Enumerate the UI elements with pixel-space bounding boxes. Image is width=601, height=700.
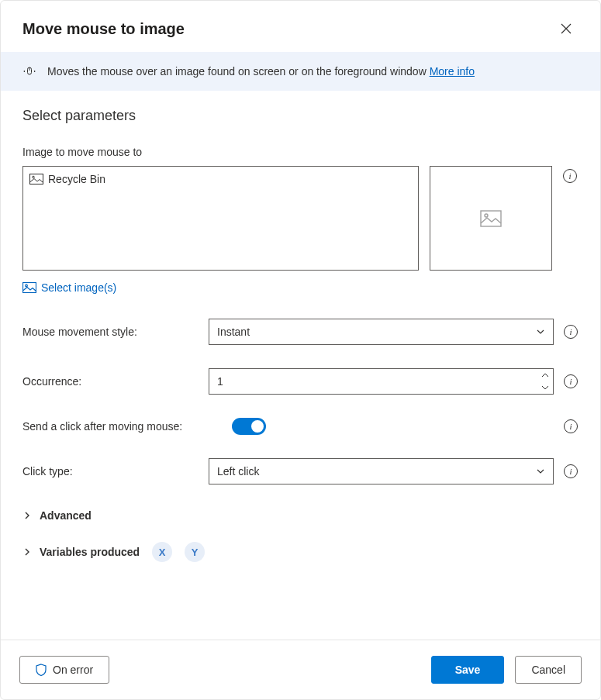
spinner-down[interactable]: [537, 381, 553, 394]
info-icon[interactable]: i: [564, 419, 578, 433]
cancel-button[interactable]: Cancel: [515, 656, 582, 684]
chevron-right-icon: [22, 547, 32, 557]
param-label: Click type:: [22, 465, 199, 478]
chevron-right-icon: [22, 511, 32, 520]
spinner-up[interactable]: [537, 369, 553, 381]
chevron-down-icon: [536, 327, 545, 336]
svg-rect-2: [30, 174, 43, 184]
picture-placeholder-icon: [480, 210, 502, 227]
param-send-click: Send a click after moving mouse: i: [22, 418, 579, 435]
svg-point-3: [33, 176, 35, 178]
variable-badge-y[interactable]: Y: [185, 542, 205, 562]
close-button[interactable]: [554, 16, 579, 41]
info-icon[interactable]: i: [564, 325, 578, 339]
chevron-up-icon: [541, 373, 549, 378]
svg-rect-4: [481, 211, 501, 226]
move-mouse-icon: [22, 64, 36, 78]
section-title: Select parameters: [22, 108, 579, 124]
param-movement-style: Mouse movement style: Instant i: [22, 319, 579, 345]
send-click-toggle[interactable]: [232, 418, 266, 435]
image-info-col: i: [563, 166, 579, 183]
shield-icon: [36, 664, 47, 676]
close-icon: [561, 23, 572, 34]
image-row: Recycle Bin i: [22, 166, 579, 271]
image-list[interactable]: Recycle Bin: [22, 166, 419, 271]
dialog-title: Move mouse to image: [22, 20, 185, 38]
select-images-label: Select image(s): [41, 281, 116, 294]
advanced-label: Advanced: [40, 509, 92, 522]
info-banner: Moves the mouse over an image found on s…: [1, 52, 600, 91]
image-list-item[interactable]: Recycle Bin: [29, 173, 412, 185]
chevron-down-icon: [541, 385, 549, 390]
movement-style-select[interactable]: Instant: [209, 319, 554, 345]
variables-expander[interactable]: Variables produced X Y: [22, 542, 579, 562]
banner-text: Moves the mouse over an image found on s…: [47, 65, 430, 78]
info-icon[interactable]: i: [564, 464, 578, 478]
save-label: Save: [455, 664, 481, 676]
banner-text-wrap: Moves the mouse over an image found on s…: [47, 65, 475, 78]
param-label: Send a click after moving mouse:: [22, 420, 223, 433]
spinner-value: 1: [217, 375, 537, 388]
select-value: Instant: [217, 326, 250, 338]
image-field-label: Image to move mouse to: [22, 146, 579, 158]
image-preview: [430, 166, 552, 271]
variables-label: Variables produced: [40, 546, 140, 558]
save-button[interactable]: Save: [431, 656, 505, 684]
click-type-select[interactable]: Left click: [209, 458, 554, 484]
cancel-label: Cancel: [531, 664, 565, 676]
info-icon[interactable]: i: [564, 374, 578, 388]
svg-point-5: [485, 214, 488, 217]
dialog-footer: On error Save Cancel: [1, 640, 600, 699]
on-error-button[interactable]: On error: [19, 656, 109, 684]
advanced-expander[interactable]: Advanced: [22, 509, 579, 522]
param-label: Mouse movement style:: [22, 326, 199, 338]
occurrence-input[interactable]: 1: [209, 368, 554, 395]
chevron-down-icon: [536, 467, 545, 476]
svg-rect-6: [23, 283, 36, 293]
select-value: Left click: [217, 465, 259, 478]
picture-icon: [22, 282, 36, 293]
image-item-label: Recycle Bin: [48, 173, 105, 185]
dialog-body: Select parameters Image to move mouse to…: [1, 91, 600, 640]
param-click-type: Click type: Left click i: [22, 458, 579, 484]
picture-icon: [29, 174, 43, 184]
dialog-header: Move mouse to image: [1, 1, 600, 52]
param-occurrence: Occurrence: 1 i: [22, 368, 579, 395]
variable-badge-x[interactable]: X: [152, 542, 172, 562]
on-error-label: On error: [53, 664, 93, 676]
footer-right: Save Cancel: [431, 656, 582, 684]
info-icon[interactable]: i: [563, 169, 577, 183]
select-images-link[interactable]: Select image(s): [22, 281, 116, 294]
more-info-link[interactable]: More info: [430, 65, 475, 78]
param-label: Occurrence:: [22, 375, 199, 388]
svg-point-7: [26, 284, 28, 287]
spinner-buttons: [537, 369, 553, 394]
dialog: Move mouse to image Moves the mouse over…: [0, 0, 601, 700]
